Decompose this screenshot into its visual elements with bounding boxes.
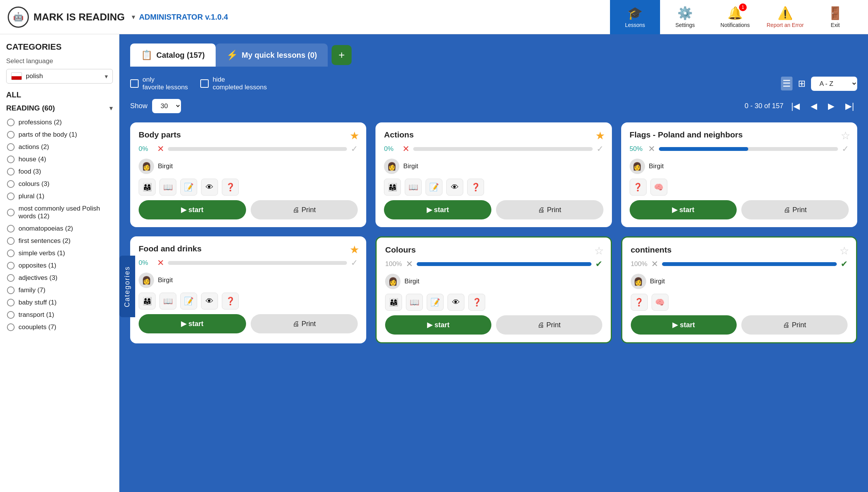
list-item[interactable]: house (4) bbox=[6, 153, 113, 166]
nav-notifications-button[interactable]: 🔔 1 Notifications bbox=[710, 0, 760, 34]
avatar-0: 👩 bbox=[139, 159, 154, 174]
list-item[interactable]: plural (1) bbox=[6, 190, 113, 202]
progress-pct-5: 100% bbox=[631, 260, 647, 268]
hide-completed-checkbox[interactable] bbox=[200, 79, 209, 88]
list-item[interactable]: most commonly used Polish words (12) bbox=[6, 202, 113, 223]
card-star-2[interactable]: ☆ bbox=[841, 129, 850, 142]
radio-food bbox=[7, 168, 15, 176]
card-star-0[interactable]: ★ bbox=[350, 129, 359, 142]
nav-right: 🎓 Lessons ⚙️ Settings 🔔 1 Notifications … bbox=[610, 0, 860, 34]
user-name-0: Birgit bbox=[158, 162, 173, 170]
sort-select[interactable]: A - Z Z - A bbox=[811, 77, 857, 91]
print-button-1[interactable]: 🖨 Print bbox=[496, 200, 603, 219]
progress-check-5: ✔ bbox=[841, 259, 848, 269]
progress-row-2: 50% ✕ ✓ bbox=[630, 144, 849, 154]
list-item[interactable]: baby stuff (1) bbox=[6, 296, 113, 309]
print-button-4[interactable]: 🖨 Print bbox=[496, 315, 602, 335]
radio-first-sentences bbox=[7, 237, 15, 245]
lesson-card-3: Food and drinks ★ 0% ✕ ✓ 👩 Birgit 👨‍👩‍👧📖… bbox=[130, 236, 366, 343]
only-favorite-checkbox[interactable] bbox=[130, 79, 139, 88]
start-button-4[interactable]: ▶ start bbox=[385, 315, 491, 335]
print-button-2[interactable]: 🖨 Print bbox=[741, 200, 849, 219]
progress-cancel-5[interactable]: ✕ bbox=[651, 259, 658, 269]
list-item[interactable]: parts of the body (1) bbox=[6, 129, 113, 141]
prev-page-button[interactable]: ◀ bbox=[808, 100, 820, 113]
lesson-icon: 📖 bbox=[405, 179, 422, 196]
progress-cancel-4[interactable]: ✕ bbox=[406, 259, 413, 269]
list-item[interactable]: professions (2) bbox=[6, 116, 113, 129]
last-page-button[interactable]: ▶| bbox=[842, 100, 857, 113]
card-actions-4: ▶ start 🖨 Print bbox=[385, 315, 602, 335]
first-page-button[interactable]: |◀ bbox=[788, 100, 803, 113]
print-button-0[interactable]: 🖨 Print bbox=[251, 200, 358, 219]
lesson-icon: 📝 bbox=[426, 179, 442, 196]
print-button-5[interactable]: 🖨 Print bbox=[741, 315, 848, 335]
card-icons-row-5: ❓🧠 bbox=[631, 294, 848, 311]
card-user-row-1: 👩 Birgit bbox=[384, 159, 603, 174]
list-item[interactable]: onomatopoeias (2) bbox=[6, 223, 113, 235]
grid-view-icon[interactable]: ⊞ bbox=[798, 78, 806, 89]
radio-onomatopoeias bbox=[7, 225, 15, 233]
list-item[interactable]: actions (2) bbox=[6, 141, 113, 153]
card-user-row-2: 👩 Birgit bbox=[630, 159, 849, 174]
progress-check-4: ✔ bbox=[595, 259, 602, 269]
tab-quick-lessons[interactable]: ⚡ My quick lessons (0) bbox=[216, 44, 328, 67]
list-item[interactable]: food (3) bbox=[6, 166, 113, 178]
nav-exit-label: Exit bbox=[831, 22, 840, 28]
radio-adjectives bbox=[7, 274, 15, 282]
list-item[interactable]: first sentences (2) bbox=[6, 235, 113, 247]
start-button-1[interactable]: ▶ start bbox=[384, 200, 491, 219]
tab-catalog[interactable]: 📋 Catalog (157) bbox=[130, 44, 216, 67]
categories-sidebar-tab[interactable]: Categories bbox=[119, 256, 135, 317]
hide-completed-label: hidecompleted lessons bbox=[213, 76, 267, 91]
list-item[interactable]: family (7) bbox=[6, 284, 113, 296]
progress-cancel-2[interactable]: ✕ bbox=[648, 144, 655, 154]
card-title-5: continents bbox=[631, 245, 848, 254]
start-button-5[interactable]: ▶ start bbox=[631, 315, 737, 335]
reading-section-header[interactable]: READING (60) ▾ bbox=[6, 104, 113, 112]
card-user-row-4: 👩 Birgit bbox=[385, 274, 602, 289]
list-item[interactable]: coouplets (7) bbox=[6, 321, 113, 333]
avatar-2: 👩 bbox=[630, 159, 645, 174]
list-item[interactable]: adjectives (3) bbox=[6, 272, 113, 284]
lesson-card-4: Colours ☆ 100% ✕ ✔ 👩 Birgit 👨‍👩‍👧📖📝👁❓ ▶ … bbox=[375, 236, 612, 343]
list-item[interactable]: opposites (1) bbox=[6, 259, 113, 272]
avatar-4: 👩 bbox=[385, 274, 400, 289]
progress-bar-bg-5 bbox=[662, 262, 837, 266]
user-name-2: Birgit bbox=[649, 162, 664, 170]
list-view-icon[interactable]: ☰ bbox=[781, 77, 793, 90]
card-star-3[interactable]: ★ bbox=[350, 243, 359, 256]
start-button-3[interactable]: ▶ start bbox=[139, 314, 246, 333]
list-item[interactable]: simple verbs (1) bbox=[6, 247, 113, 259]
start-button-2[interactable]: ▶ start bbox=[630, 200, 737, 219]
all-label: ALL bbox=[6, 90, 113, 99]
add-lesson-button[interactable]: + bbox=[332, 45, 352, 65]
only-favorite-filter[interactable]: onlyfavorite lessons bbox=[130, 76, 188, 91]
hide-completed-filter[interactable]: hidecompleted lessons bbox=[200, 76, 267, 91]
cards-grid: Body parts ★ 0% ✕ ✓ 👩 Birgit 👨‍👩‍👧📖📝👁❓ ▶… bbox=[130, 122, 857, 343]
nav-settings-button[interactable]: ⚙️ Settings bbox=[660, 0, 710, 34]
progress-check-0: ✓ bbox=[351, 144, 358, 154]
nav-lessons-button[interactable]: 🎓 Lessons bbox=[610, 0, 660, 34]
card-star-5[interactable]: ☆ bbox=[840, 244, 849, 257]
app-dropdown-arrow[interactable]: ▾ bbox=[132, 13, 135, 21]
start-button-0[interactable]: ▶ start bbox=[139, 200, 246, 219]
show-select[interactable]: 30 10 50 bbox=[152, 99, 181, 113]
card-star-1[interactable]: ★ bbox=[595, 129, 605, 142]
progress-cancel-0[interactable]: ✕ bbox=[157, 144, 164, 154]
nav-report-button[interactable]: ⚠️ Report an Error bbox=[760, 0, 810, 34]
print-button-3[interactable]: 🖨 Print bbox=[251, 314, 358, 333]
list-item[interactable]: colours (3) bbox=[6, 178, 113, 190]
card-star-4[interactable]: ☆ bbox=[594, 244, 604, 257]
nav-exit-button[interactable]: 🚪 Exit bbox=[810, 0, 860, 34]
view-sort-area: ☰ ⊞ A - Z Z - A bbox=[781, 77, 857, 91]
catalog-icon: 📋 bbox=[141, 50, 152, 60]
next-page-button[interactable]: ▶ bbox=[825, 100, 838, 113]
progress-cancel-3[interactable]: ✕ bbox=[157, 258, 164, 268]
radio-baby bbox=[7, 299, 15, 306]
progress-cancel-1[interactable]: ✕ bbox=[402, 144, 409, 154]
app-title: MARK IS READING bbox=[34, 11, 125, 23]
language-selector[interactable]: polish ▾ bbox=[6, 69, 113, 84]
card-icons-row-3: 👨‍👩‍👧📖📝👁❓ bbox=[139, 293, 358, 310]
list-item[interactable]: transport (1) bbox=[6, 309, 113, 321]
